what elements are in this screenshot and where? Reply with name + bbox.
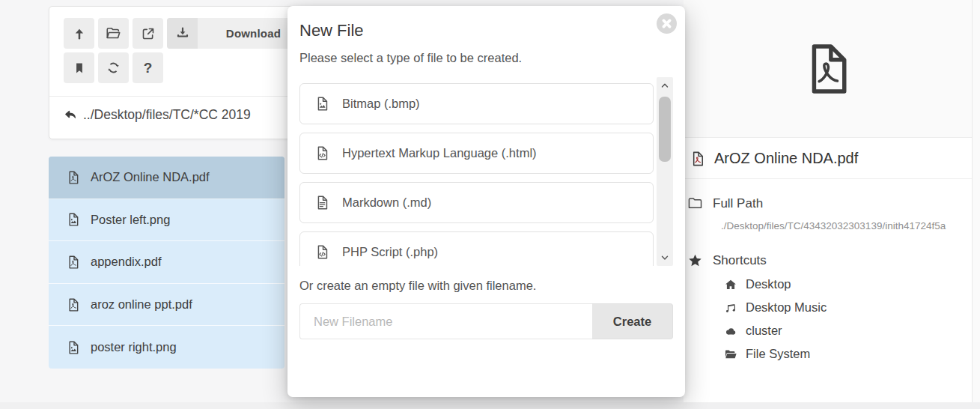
file-image-icon xyxy=(314,96,330,112)
full-path-label: Full Path xyxy=(713,196,763,211)
scroll-gutter xyxy=(972,0,980,409)
external-link-icon xyxy=(141,26,156,41)
folder-icon xyxy=(687,196,703,211)
file-pdf-icon xyxy=(66,255,81,270)
file-code-icon xyxy=(314,145,330,161)
file-name: Poster left.png xyxy=(91,213,170,227)
scrollbar-thumb[interactable] xyxy=(659,97,671,162)
close-button[interactable] xyxy=(657,13,677,34)
file-image-icon xyxy=(66,212,81,227)
shortcut-file-system[interactable]: File System xyxy=(724,347,964,361)
file-code-icon xyxy=(314,244,330,260)
shortcut-desktop-music[interactable]: Desktop Music xyxy=(724,300,964,315)
shortcut-label: cluster xyxy=(746,324,782,338)
full-path-value: ./Desktop/files/TC/43432032303139/inith4… xyxy=(721,220,964,231)
modal-subtitle: Please select a type of file to be creat… xyxy=(299,51,673,65)
shortcut-label: Desktop Music xyxy=(746,300,827,315)
scrollbar[interactable] xyxy=(657,77,673,266)
file-list: ArOZ Online NDA.pdf Poster left.png appe… xyxy=(49,157,284,369)
scroll-up-button[interactable] xyxy=(660,82,669,89)
bookmark-icon xyxy=(73,61,86,75)
folder-open-icon xyxy=(106,25,121,41)
back-icon[interactable] xyxy=(64,108,78,122)
chevron-up-icon xyxy=(660,82,669,89)
file-type-markdown[interactable]: Markdown (.md) xyxy=(299,182,654,223)
share-button[interactable] xyxy=(133,18,163,49)
file-properties: Full Path ./Desktop/files/TC/43432032303… xyxy=(684,179,972,361)
file-name: appendix.pdf xyxy=(91,255,162,269)
file-type-label: Hypertext Markup Language (.html) xyxy=(342,146,537,160)
file-type-bitmap[interactable]: Bitmap (.bmp) xyxy=(299,83,654,124)
file-pdf-icon xyxy=(66,170,81,185)
selected-file-name: ArOZ Online NDA.pdf xyxy=(714,150,858,167)
shortcut-label: File System xyxy=(746,347,810,361)
selected-file-heading: ArOZ Online NDA.pdf xyxy=(684,138,972,179)
cloud-icon xyxy=(724,324,737,338)
footer-strip xyxy=(0,402,980,409)
upload-button[interactable] xyxy=(64,18,94,49)
shortcuts-row: Shortcuts xyxy=(687,252,964,268)
file-type-html[interactable]: Hypertext Markup Language (.html) xyxy=(299,133,654,174)
star-icon xyxy=(687,252,703,268)
refresh-button[interactable] xyxy=(98,52,129,83)
file-type-list: Bitmap (.bmp) Hypertext Markup Language … xyxy=(299,77,673,266)
breadcrumb-path: ../Desktop/files/TC/*CC 2019 xyxy=(83,107,251,123)
file-lines-icon xyxy=(314,195,330,210)
question-mark-icon: ? xyxy=(144,60,153,76)
arrow-up-icon xyxy=(72,26,87,41)
music-icon xyxy=(724,301,737,315)
file-row[interactable]: appendix.pdf xyxy=(49,241,284,284)
file-name: ArOZ Online NDA.pdf xyxy=(91,170,210,184)
shortcuts-label: Shortcuts xyxy=(713,253,767,268)
file-type-label: Bitmap (.bmp) xyxy=(342,97,420,111)
new-filename-group: Create xyxy=(299,303,673,339)
file-pdf-icon xyxy=(804,38,852,100)
file-name: poster right.png xyxy=(91,340,177,354)
open-folder-button[interactable] xyxy=(98,18,129,49)
file-type-php[interactable]: PHP Script (.php) xyxy=(299,231,654,266)
create-button[interactable]: Create xyxy=(592,303,673,339)
shortcut-label: Desktop xyxy=(746,277,791,291)
refresh-icon xyxy=(106,61,121,75)
new-file-modal: New File Please select a type of file to… xyxy=(287,6,685,397)
shortcut-desktop[interactable]: Desktop xyxy=(724,277,964,291)
folder-open-solid-icon xyxy=(724,348,737,361)
filename-input[interactable] xyxy=(299,303,592,339)
bookmark-button[interactable] xyxy=(64,52,94,83)
file-pdf-icon xyxy=(66,297,81,312)
file-row[interactable]: ArOZ Online NDA.pdf xyxy=(49,157,284,199)
empty-file-hint: Or create an empty file with given filen… xyxy=(299,279,673,293)
scroll-down-button[interactable] xyxy=(660,254,669,261)
file-row[interactable]: Poster left.png xyxy=(49,199,284,242)
modal-title: New File xyxy=(299,21,673,40)
chevron-down-icon xyxy=(660,254,669,261)
file-pdf-icon xyxy=(690,151,706,167)
shortcut-cluster[interactable]: cluster xyxy=(724,324,964,338)
file-row[interactable]: aroz online ppt.pdf xyxy=(49,284,284,327)
file-type-label: Markdown (.md) xyxy=(342,196,431,210)
file-preview xyxy=(684,0,972,138)
home-icon xyxy=(724,278,737,291)
details-panel: ArOZ Online NDA.pdf Full Path ./Desktop/… xyxy=(684,0,972,409)
file-row[interactable]: poster right.png xyxy=(49,326,284,369)
file-name: aroz online ppt.pdf xyxy=(91,297,192,312)
help-button[interactable]: ? xyxy=(133,52,163,83)
close-icon xyxy=(657,13,677,34)
full-path-row: Full Path xyxy=(687,196,964,211)
file-type-label: PHP Script (.php) xyxy=(342,245,438,259)
app-window: Download ? xyxy=(0,0,980,409)
file-image-icon xyxy=(66,340,81,355)
download-icon xyxy=(175,26,190,41)
